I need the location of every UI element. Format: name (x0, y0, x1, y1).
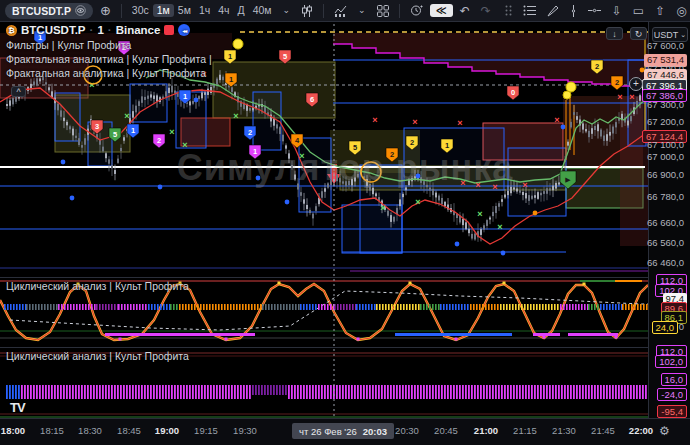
svg-text:×: × (522, 180, 527, 190)
svg-text:×: × (169, 127, 174, 137)
time-label: 18:15 (40, 425, 64, 436)
time-label: 18:00 (1, 425, 25, 436)
svg-text:×: × (372, 115, 377, 125)
svg-text:×: × (415, 197, 420, 207)
svg-text:1: 1 (228, 52, 232, 61)
pane-separator[interactable] (0, 277, 690, 278)
time-label: 20:45 (434, 425, 458, 436)
legend-interval: 1 (97, 24, 103, 36)
svg-text:2: 2 (410, 138, 414, 147)
svg-text:×: × (182, 140, 187, 150)
svg-text:2: 2 (390, 150, 394, 159)
svg-text:1: 1 (183, 92, 187, 101)
svg-text:×: × (412, 117, 417, 127)
add-order-plus-button[interactable]: + (629, 77, 643, 91)
legend-sep: · (108, 24, 112, 36)
svg-text:×: × (617, 92, 622, 102)
pane3-value-label: 16,0 (661, 373, 688, 386)
pane3-value-label: 102,0 (655, 355, 687, 368)
marker-badge: 2 (611, 76, 623, 90)
tradingview-logo[interactable]: TV (10, 400, 25, 415)
time-label: 21:30 (552, 425, 576, 436)
svg-text:2: 2 (157, 136, 161, 145)
legend-symbol: BTCUSDT.P (21, 24, 86, 36)
price-label: 67 000,0 (644, 151, 687, 164)
axis-settings-gear-icon[interactable]: ⚙ (659, 424, 670, 438)
price-scale[interactable]: USDT ⌄ 67 600,067 531,467 500,067 446,66… (648, 22, 690, 418)
crosshair-date: чт 26 Фев '26 (299, 426, 357, 437)
svg-text:2: 2 (595, 62, 599, 71)
svg-text:2: 2 (615, 78, 619, 87)
svg-text:3: 3 (95, 122, 99, 131)
price-label: 67 600,0 (644, 40, 687, 53)
pane3-legend[interactable]: Циклический анализ | Культ Профита (6, 350, 189, 362)
indicator-legend-fractal-1[interactable]: Фрактальная аналитика | Культ Профита | (6, 53, 212, 65)
time-label: 18:45 (117, 425, 141, 436)
pane3-value-label: -24,0 (657, 388, 687, 401)
svg-text:▶: ▶ (565, 176, 571, 183)
svg-text:5: 5 (113, 130, 117, 139)
legend-sep: · (90, 24, 94, 36)
pane-separator[interactable] (0, 347, 690, 348)
replay-pause-icon[interactable]: ◂◂ (178, 24, 190, 36)
crosshair-time-badge: чт 26 Фев '26 20:03 (292, 423, 394, 439)
svg-text:×: × (492, 182, 497, 192)
indicator-legend-fractal-2[interactable]: Фрактальная аналитика | Культ Профита (6, 67, 206, 79)
pane2-zero-label: 0 (676, 321, 687, 334)
pane2-dot-row (4, 304, 648, 310)
pane3-value-label: -95,4 (657, 405, 687, 418)
scroll-to-recent-button[interactable]: ↓ (606, 27, 623, 40)
svg-text:×: × (475, 180, 480, 190)
marker-badge: 0 (507, 86, 519, 100)
svg-text:×: × (554, 115, 559, 125)
svg-text:5: 5 (283, 52, 287, 61)
currency-label: USDT (654, 30, 679, 40)
price-label: 66 660,0 (644, 217, 687, 230)
time-label: 19:00 (155, 425, 179, 436)
pane2-value-label: 24,0 (652, 321, 679, 334)
svg-text:1: 1 (253, 147, 257, 156)
legend-exchange: Binance (116, 24, 161, 36)
svg-text:×: × (124, 111, 129, 121)
reset-view-button[interactable]: ↻ (630, 27, 647, 40)
time-axis[interactable]: чт 26 Фев '26 20:03 18:0018:1518:3018:45… (0, 418, 690, 445)
time-label: 20:30 (395, 425, 419, 436)
time-label: 19:15 (194, 425, 218, 436)
chevron-down-icon: ⌄ (680, 31, 686, 39)
svg-text:2: 2 (248, 128, 252, 137)
svg-text:5: 5 (353, 143, 357, 152)
svg-text:×: × (629, 92, 634, 102)
time-label: 21:00 (474, 425, 498, 436)
marker-badge: 1 (249, 145, 261, 159)
svg-text:×: × (89, 80, 94, 90)
svg-text:×: × (233, 111, 238, 121)
svg-text:6: 6 (310, 95, 314, 104)
price-label: 67 200,0 (644, 116, 687, 129)
crosshair-time: 20:03 (363, 426, 387, 437)
main-legend-row[interactable]: ₿ BTCUSDT.P · 1 · Binance ◂◂ (6, 24, 190, 36)
pane2-legend[interactable]: Циклический анализ | Культ Профита (6, 280, 189, 292)
time-label: 21:15 (513, 425, 537, 436)
svg-text:×: × (460, 178, 465, 188)
time-label: 19:30 (233, 425, 257, 436)
price-label: 66 460,0 (644, 257, 687, 270)
time-label: 18:30 (78, 425, 102, 436)
market-status-icon[interactable] (164, 25, 174, 35)
svg-text:×: × (477, 209, 482, 219)
time-label: 22:00 (629, 425, 653, 436)
svg-text:×: × (299, 151, 304, 161)
indicator-legend-filters[interactable]: Фильтры | Культ Профита (6, 39, 131, 51)
svg-text:0: 0 (511, 88, 515, 97)
price-label: 66 900,0 (644, 169, 687, 182)
btc-logo-icon: ₿ (6, 25, 17, 36)
marker-badge: 2 (153, 134, 165, 148)
svg-text:1: 1 (131, 126, 135, 135)
price-label: 66 560,0 (644, 237, 687, 250)
svg-text:×: × (380, 203, 385, 213)
svg-text:1: 1 (229, 75, 233, 84)
legend-collapse-button[interactable]: ^ (11, 86, 26, 97)
tradingview-app: BTCUSDT.P ⊕ 30с1м5м1ч4чД40м ⌄ ⌄ ≪ ↶ ↷ (0, 0, 690, 445)
svg-text:1: 1 (445, 141, 449, 150)
pane3-barcode (6, 385, 647, 399)
svg-text:×: × (457, 118, 462, 128)
